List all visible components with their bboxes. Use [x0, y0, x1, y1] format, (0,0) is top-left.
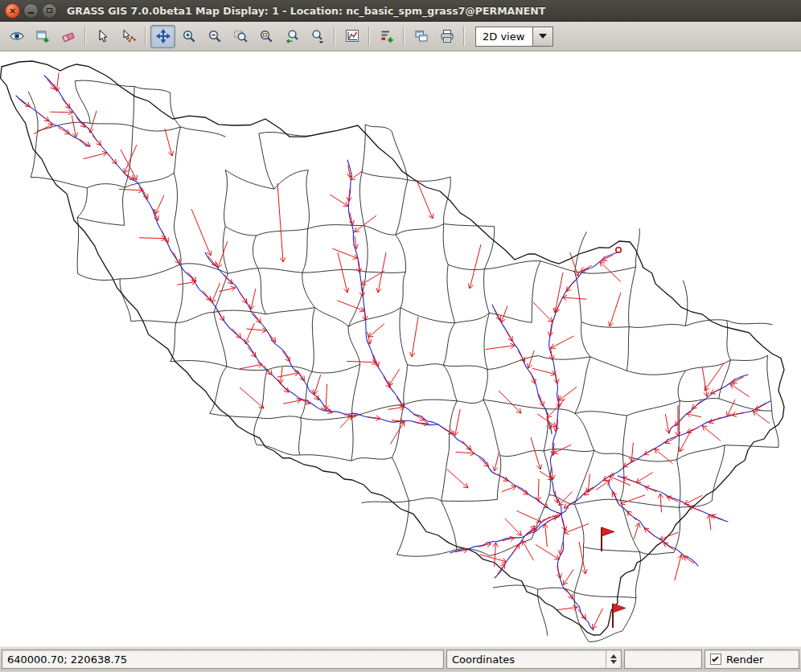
titlebar: × GRASS GIS 7.0.0beta1 Map Display: 1 - … [0, 0, 801, 22]
close-icon: × [9, 6, 16, 15]
zoom-out-button[interactable] [202, 25, 227, 48]
zoom-out-icon [207, 29, 222, 43]
render-map-button[interactable] [30, 25, 55, 48]
map-canvas[interactable] [0, 51, 801, 646]
analyze-map-button[interactable] [339, 25, 364, 48]
minimize-button[interactable] [23, 3, 39, 18]
minimize-icon [28, 12, 34, 14]
map-display-toolbar: 2D view [0, 22, 801, 51]
statusbar-mode-combobox[interactable]: Coordinates [446, 649, 622, 669]
zoom-options-button[interactable] [305, 25, 330, 48]
erase-display-button[interactable] [55, 25, 80, 48]
view-mode-value: 2D view [475, 27, 533, 47]
zoom-options-icon [310, 29, 325, 43]
zoom-back-button[interactable] [279, 25, 304, 48]
zoom-region-icon [259, 29, 273, 43]
toolbar-separator [463, 27, 465, 46]
toolbar-separator [368, 27, 370, 46]
printer-icon [440, 29, 454, 43]
zoom-in-button[interactable] [176, 25, 201, 48]
zoom-extent-icon [233, 29, 248, 43]
add-map-elements-button[interactable] [374, 25, 399, 48]
spin-up-icon [610, 654, 617, 658]
save-display-button[interactable] [409, 25, 433, 48]
statusbar-mode-value: Coordinates [452, 654, 515, 666]
toolbar-separator [403, 27, 405, 46]
statusbar-mode-spinner[interactable] [606, 650, 621, 668]
maximize-icon [47, 8, 52, 13]
render-map-icon [35, 29, 50, 43]
select-features-button[interactable] [116, 25, 141, 48]
maximize-button[interactable] [42, 3, 57, 18]
coordinate-display: 640000.70; 220638.75 [2, 649, 444, 669]
render-checkbox[interactable] [710, 654, 721, 665]
eraser-icon [61, 29, 76, 43]
close-button[interactable]: × [5, 3, 20, 18]
zoom-extent-button[interactable] [228, 25, 253, 48]
toolbar-separator [334, 27, 335, 46]
view-mode-dropdown-button[interactable] [533, 27, 553, 47]
pan-button[interactable] [150, 25, 175, 48]
toolbar-separator [145, 27, 146, 46]
check-icon [712, 655, 718, 662]
display-map-icon [10, 29, 24, 43]
chevron-down-icon [539, 34, 547, 39]
view-mode-combobox[interactable]: 2D view [475, 27, 553, 47]
select-features-icon [121, 29, 136, 43]
pointer-icon [96, 29, 110, 43]
statusbar-spacer [624, 649, 702, 669]
zoom-back-icon [285, 29, 299, 43]
pan-icon [156, 29, 170, 43]
print-display-button[interactable] [434, 25, 459, 48]
toolbar-separator [84, 27, 86, 46]
save-display-icon [414, 29, 429, 43]
spin-down-icon [610, 660, 617, 664]
zoom-region-button[interactable] [253, 25, 278, 48]
display-map-button[interactable] [4, 25, 29, 48]
window-title: GRASS GIS 7.0.0beta1 Map Display: 1 - Lo… [67, 5, 545, 17]
pointer-button[interactable] [90, 25, 115, 48]
render-label: Render [726, 654, 763, 666]
window-controls: × [5, 3, 57, 18]
watershed-map [0, 51, 801, 646]
analyze-map-icon [345, 29, 359, 43]
render-panel: Render [704, 649, 799, 669]
add-map-elements-icon [380, 29, 394, 43]
statusbar: 640000.70; 220638.75 Coordinates Render [0, 646, 801, 671]
zoom-in-icon [182, 29, 196, 43]
